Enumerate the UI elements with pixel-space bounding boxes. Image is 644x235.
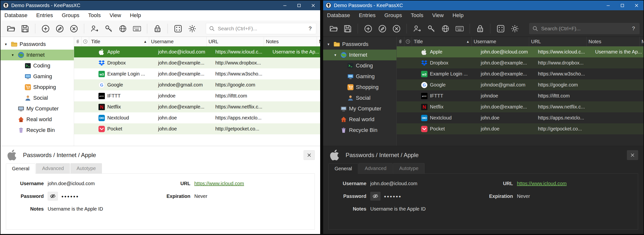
attachments-column-header[interactable] [74, 37, 82, 46]
row-pocket[interactable]: Pocket john.doe http://getpocket.co... 5… [397, 123, 644, 134]
maximize-button[interactable] [615, 0, 629, 10]
row-apple[interactable]: Apple john.doe@icloud.com https://www.ic… [74, 46, 320, 58]
notes-column-header[interactable]: Notes [586, 37, 640, 46]
username-column-header[interactable]: Username [472, 37, 529, 46]
sidebar-item-coding[interactable]: Coding [0, 60, 74, 71]
delete-entry-button[interactable] [68, 23, 80, 34]
window-titlebar[interactable]: Demo Passwords - KeePassXC [323, 0, 644, 10]
menu-entries[interactable]: Entries [359, 12, 376, 18]
edit-entry-button[interactable] [53, 23, 66, 34]
minimize-button[interactable] [278, 0, 292, 10]
sidebar-item-my-computer[interactable]: My Computer [0, 103, 74, 114]
tab-autotype[interactable]: Autotype [70, 163, 102, 174]
lock-database-button[interactable] [151, 23, 164, 34]
sidebar-item-shopping[interactable]: Shopping [323, 82, 396, 92]
url-column-header[interactable]: URL [206, 37, 264, 46]
sidebar-item-gaming[interactable]: Gaming [323, 71, 396, 82]
edit-entry-button[interactable] [376, 23, 388, 34]
row-apple[interactable]: Apple john.doe@icloud.com https://www.ic… [397, 46, 644, 58]
url-link[interactable]: https://www.icloud.com [517, 181, 633, 186]
tab-advanced[interactable]: Advanced [36, 163, 70, 174]
window-titlebar[interactable]: Demo Passwords - KeePassXC [0, 0, 320, 10]
row-nextcloud[interactable]: Nextcloud john.doe https://apps.nextclo.… [74, 112, 320, 123]
sidebar-item-shopping[interactable]: Shopping [0, 82, 74, 92]
sidebar-item-passwords[interactable]: ▼ Passwords [323, 39, 396, 50]
sidebar-item-gaming[interactable]: Gaming [0, 71, 74, 82]
sidebar-item-my-computer[interactable]: My Computer [323, 103, 396, 114]
expander-icon[interactable]: ▼ [326, 42, 332, 46]
row-google[interactable]: G Google johndoe@gmail.com https://googl… [74, 80, 320, 90]
close-button[interactable] [629, 0, 644, 10]
toggle-password-visibility-button[interactable] [370, 192, 380, 200]
autotype-button[interactable] [130, 23, 143, 34]
username-column-header[interactable]: Username [149, 37, 206, 46]
attachments-column-header[interactable] [397, 37, 404, 46]
sidebar-item-internet[interactable]: ▼ Internet [0, 50, 74, 60]
row-netflix[interactable]: N Netflix john.doe@example... https://ww… [397, 102, 644, 112]
close-preview-button[interactable] [304, 150, 315, 160]
settings-button[interactable] [186, 23, 198, 34]
sidebar-item-recycle-bin[interactable]: Recycle Bin [0, 125, 74, 136]
modified-column-header[interactable]: Modified [317, 37, 320, 46]
expander-icon[interactable]: ▼ [332, 53, 338, 57]
expires-column-header[interactable] [82, 37, 89, 46]
sidebar-item-passwords[interactable]: ▼ Passwords [0, 39, 74, 50]
menu-groups[interactable]: Groups [384, 12, 402, 18]
close-preview-button[interactable] [627, 150, 638, 160]
title-column-header[interactable]: Title ▲ [412, 37, 472, 46]
menu-entries[interactable]: Entries [36, 12, 53, 18]
row-netflix[interactable]: N Netflix john.doe@example... https://ww… [74, 102, 320, 112]
add-entry-button[interactable] [362, 23, 374, 34]
menu-tools[interactable]: Tools [411, 12, 423, 18]
maximize-button[interactable] [292, 0, 306, 10]
expires-column-header[interactable] [404, 37, 412, 46]
copy-password-button[interactable] [425, 23, 438, 34]
menu-help[interactable]: Help [130, 12, 141, 18]
copy-username-button[interactable] [88, 23, 101, 34]
url-column-header[interactable]: URL [529, 37, 586, 46]
tab-advanced[interactable]: Advanced [358, 163, 392, 174]
title-column-header[interactable]: Title ▲ [89, 37, 149, 46]
row-ifttt[interactable]: IFTTT IFTTT johndoe https://ifttt.com 5/… [397, 90, 644, 102]
tab-general[interactable]: General [328, 164, 358, 174]
notes-column-header[interactable]: Notes [264, 37, 317, 46]
sidebar-item-social[interactable]: Social [0, 92, 74, 103]
copy-url-button[interactable] [116, 23, 129, 34]
menu-view[interactable]: View [432, 12, 444, 18]
menu-help[interactable]: Help [452, 12, 464, 18]
lock-database-button[interactable] [474, 23, 486, 34]
settings-button[interactable] [508, 23, 521, 34]
open-database-button[interactable] [327, 23, 340, 34]
menu-database[interactable]: Database [4, 12, 27, 18]
minimize-button[interactable] [601, 0, 615, 10]
expander-icon[interactable]: ▼ [3, 42, 9, 46]
toggle-password-visibility-button[interactable] [48, 192, 58, 200]
menu-tools[interactable]: Tools [88, 12, 101, 18]
tab-autotype[interactable]: Autotype [393, 163, 424, 174]
row-example-login[interactable]: w3 Example Login ... john.doe@example...… [397, 68, 644, 80]
sidebar-item-internet[interactable]: ▼ Internet [323, 50, 396, 60]
sidebar-item-social[interactable]: Social [323, 92, 396, 103]
sidebar-item-coding[interactable]: Coding [323, 60, 396, 71]
modified-column-header[interactable]: Modified [640, 37, 644, 46]
delete-entry-button[interactable] [390, 23, 403, 34]
row-ifttt[interactable]: IFTTT IFTTT johndoe https://ifttt.com 5/… [74, 90, 320, 102]
copy-password-button[interactable] [102, 23, 115, 34]
sidebar-item-real-world[interactable]: Real world [0, 114, 74, 125]
sidebar-item-recycle-bin[interactable]: Recycle Bin [323, 125, 396, 136]
expander-icon[interactable]: ▼ [10, 53, 16, 57]
row-dropbox[interactable]: Dropbox john.doe@example... http://www.d… [74, 58, 320, 68]
row-google[interactable]: G Google johndoe@gmail.com https://googl… [397, 80, 644, 90]
search-help-button[interactable]: ? [630, 25, 636, 32]
sidebar-item-real-world[interactable]: Real world [323, 114, 396, 125]
search-help-button[interactable]: ? [307, 25, 313, 32]
row-dropbox[interactable]: Dropbox john.doe@example... http://www.d… [397, 58, 644, 68]
password-generator-button[interactable] [172, 23, 184, 34]
copy-username-button[interactable] [410, 23, 423, 34]
menu-groups[interactable]: Groups [62, 12, 80, 18]
url-link[interactable]: https://www.icloud.com [194, 181, 310, 186]
row-pocket[interactable]: Pocket john.doe http://getpocket.co... 5… [74, 123, 320, 134]
close-button[interactable] [306, 0, 320, 10]
autotype-button[interactable] [453, 23, 466, 34]
search-input[interactable] [217, 26, 305, 32]
